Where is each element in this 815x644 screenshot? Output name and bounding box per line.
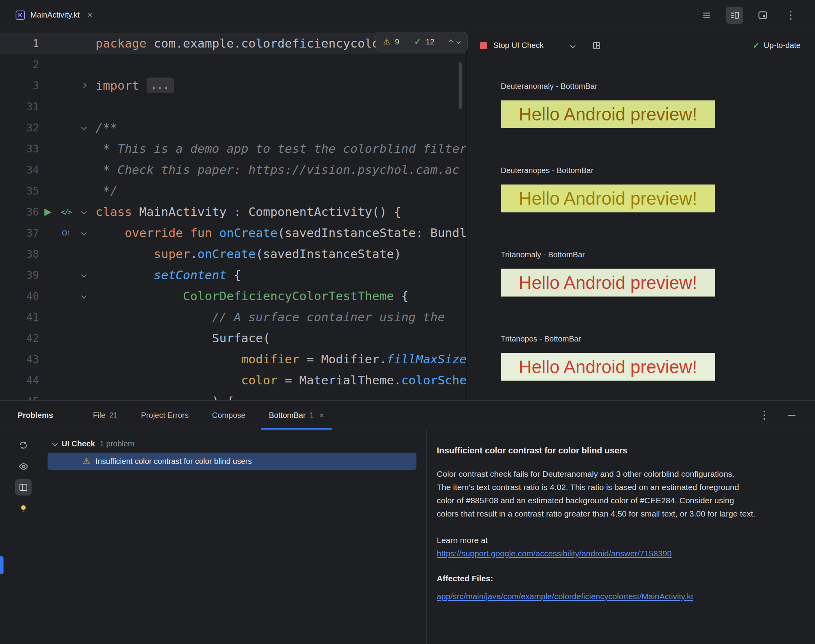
gutter[interactable]: 38: [0, 243, 94, 264]
fold-chevron-down-icon[interactable]: [81, 272, 87, 278]
affected-file-link[interactable]: app/src/main/java/com/example/colordefic…: [437, 590, 788, 603]
layout-grid-icon[interactable]: [592, 41, 601, 50]
line-number: 39: [0, 269, 39, 281]
code-line[interactable]: 41 // A surface container using the: [0, 306, 466, 327]
check-icon: ✓: [753, 41, 760, 51]
editor-layout-icon[interactable]: [726, 7, 743, 24]
chevron-down-icon[interactable]: [570, 42, 576, 48]
gutter[interactable]: 39: [0, 264, 94, 285]
fold-chevron-down-icon[interactable]: [81, 125, 87, 130]
previous-problem-icon[interactable]: [448, 39, 453, 44]
tab-mainactivity[interactable]: K MainActivity.kt ×: [10, 0, 98, 30]
code-line[interactable]: 37↑ override fun onCreate(savedInstanceS…: [0, 222, 466, 243]
tab-bottombar[interactable]: BottomBar1×: [257, 401, 335, 430]
gutter[interactable]: 44: [0, 370, 94, 391]
fold-chevron-down-icon[interactable]: [81, 230, 87, 235]
close-tab-icon[interactable]: ×: [319, 410, 324, 420]
code-text[interactable]: [94, 54, 466, 75]
code-text[interactable]: * This is a demo app to test the colorbl…: [94, 138, 466, 159]
code-text[interactable]: [94, 96, 466, 117]
gutter[interactable]: 40: [0, 285, 94, 306]
code-line[interactable]: 2: [0, 54, 466, 75]
editor-scrollbar[interactable]: [459, 62, 462, 109]
code-line[interactable]: 34 * Check this paper: https://vision.ps…: [0, 159, 466, 180]
rerun-check-icon[interactable]: [15, 437, 32, 453]
gutter[interactable]: 43: [0, 349, 94, 370]
code-text[interactable]: ColorDeficiencyColorTestTheme {: [94, 285, 466, 306]
gutter[interactable]: 35: [0, 180, 94, 201]
code-line[interactable]: 35 */: [0, 180, 466, 201]
learn-more-link[interactable]: https://support.google.com/accessibility…: [437, 547, 788, 560]
tab-compose[interactable]: Compose: [200, 401, 257, 430]
code-text[interactable]: ) {: [94, 391, 466, 400]
override-method-icon[interactable]: ↑: [62, 229, 70, 237]
code-line[interactable]: 32/**: [0, 117, 466, 138]
tree-group-ui-check[interactable]: UI Check 1 problem: [47, 435, 426, 453]
tool-window-options-icon[interactable]: ⋮: [759, 410, 770, 421]
code-text[interactable]: modifier = Modifier.fillMaxSize(),: [94, 349, 466, 370]
minimize-icon[interactable]: [788, 415, 796, 416]
next-problem-icon[interactable]: [456, 39, 461, 44]
compose-preview-icon[interactable]: </>: [61, 208, 71, 216]
code-text[interactable]: */: [94, 180, 466, 201]
ui-check-toolbar: Stop UI Check ✓ Up-to-date: [467, 30, 815, 60]
gutter[interactable]: 33: [0, 138, 94, 159]
run-gutter-icon[interactable]: ▶: [44, 207, 51, 216]
tree-group-meta: 1 problem: [100, 439, 135, 448]
warning-count: 9: [395, 37, 399, 46]
preview-window-icon[interactable]: [754, 7, 771, 24]
code-line[interactable]: 3import ...: [0, 75, 466, 96]
code-text[interactable]: class MainActivity : ComponentActivity()…: [94, 201, 466, 222]
code-text[interactable]: Surface(: [94, 327, 466, 349]
code-editor[interactable]: 1package com.example.colordeficiencycolo…: [0, 30, 466, 400]
main-menu-icon[interactable]: [698, 7, 715, 24]
code-text[interactable]: /**: [94, 117, 466, 138]
fold-chevron-down-icon[interactable]: [81, 293, 87, 299]
code-text[interactable]: color = MaterialTheme.colorScheme.backgr…: [94, 370, 466, 391]
code-line[interactable]: 38 super.onCreate(savedInstanceState): [0, 243, 466, 264]
inspections-widget[interactable]: ⚠ 9 ✓ 12: [376, 32, 468, 51]
open-details-icon[interactable]: [15, 479, 32, 495]
gutter[interactable]: 42: [0, 327, 94, 349]
gutter[interactable]: 32: [0, 117, 94, 138]
close-tab-icon[interactable]: ×: [87, 10, 92, 20]
gutter[interactable]: 41: [0, 306, 94, 327]
gutter[interactable]: 31: [0, 96, 94, 117]
code-line[interactable]: 42 Surface(: [0, 327, 466, 349]
tool-window-title[interactable]: Problems: [18, 411, 53, 420]
toolwindow-stripe-indicator[interactable]: [0, 556, 4, 574]
code-text[interactable]: super.onCreate(savedInstanceState): [94, 243, 466, 264]
preview-eye-icon[interactable]: [15, 458, 32, 474]
gutter[interactable]: 45: [0, 391, 94, 400]
fold-chevron-right-icon[interactable]: [81, 83, 87, 88]
chevron-down-icon[interactable]: [52, 441, 58, 446]
code-text[interactable]: // A surface container using the: [94, 306, 466, 327]
fold-chevron-down-icon[interactable]: [81, 209, 87, 214]
code-text[interactable]: setContent {: [94, 264, 466, 285]
editor-tab-bar: K MainActivity.kt × ⋮: [0, 0, 815, 30]
code-line[interactable]: 45 ) {: [0, 391, 466, 400]
gutter[interactable]: 37↑: [0, 222, 94, 243]
gutter[interactable]: 2: [0, 54, 94, 75]
tab-file[interactable]: File21: [81, 401, 129, 430]
gutter[interactable]: 1: [0, 33, 94, 54]
code-text[interactable]: * Check this paper: https://vision.psych…: [94, 159, 466, 180]
code-line[interactable]: 40 ColorDeficiencyColorTestTheme {: [0, 285, 466, 306]
code-line[interactable]: 44 color = MaterialTheme.colorScheme.bac…: [0, 370, 466, 391]
code-line[interactable]: 36▶</>class MainActivity : ComponentActi…: [0, 201, 466, 222]
code-text[interactable]: import ...: [94, 75, 466, 96]
tab-project-errors[interactable]: Project Errors: [129, 401, 200, 430]
gutter[interactable]: 3: [0, 75, 94, 96]
problem-row-selected[interactable]: ⚠ Insufficient color contrast for color …: [48, 453, 416, 470]
more-options-icon[interactable]: ⋮: [782, 7, 799, 24]
code-line[interactable]: 39 setContent {: [0, 264, 466, 285]
code-line[interactable]: 33 * This is a demo app to test the colo…: [0, 138, 466, 159]
quick-fix-bulb-icon[interactable]: [15, 500, 32, 517]
code-line[interactable]: 31: [0, 96, 466, 117]
gutter[interactable]: 36▶</>: [0, 201, 94, 222]
gutter[interactable]: 34: [0, 159, 94, 180]
code-text[interactable]: override fun onCreate(savedInstanceState…: [94, 222, 466, 243]
code-line[interactable]: 43 modifier = Modifier.fillMaxSize(),: [0, 349, 466, 370]
stop-ui-check-button[interactable]: Stop UI Check: [493, 41, 544, 50]
stop-icon[interactable]: [480, 42, 487, 49]
